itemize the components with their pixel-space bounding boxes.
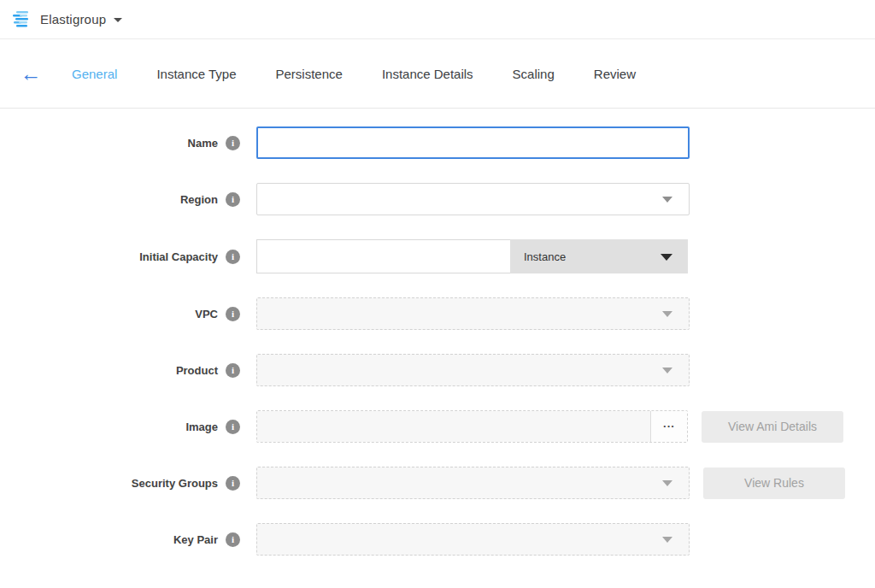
initial-capacity-info-icon[interactable]: i bbox=[226, 250, 240, 264]
elastigroup-logo-icon bbox=[12, 10, 32, 29]
key-pair-label: Key Pair bbox=[173, 533, 218, 546]
tab-instance-details[interactable]: Instance Details bbox=[382, 67, 473, 81]
view-rules-button[interactable]: View Rules bbox=[703, 467, 845, 499]
wizard-tabs: General Instance Type Persistence Instan… bbox=[72, 67, 636, 81]
chevron-down-icon bbox=[662, 368, 672, 373]
back-arrow-icon[interactable]: ← bbox=[14, 63, 48, 85]
tab-instance-type[interactable]: Instance Type bbox=[156, 67, 236, 81]
app-title: Elastigroup bbox=[40, 12, 106, 26]
key-pair-row: Key Pair i bbox=[0, 523, 875, 556]
chevron-down-icon bbox=[662, 197, 672, 203]
product-info-icon[interactable]: i bbox=[226, 363, 240, 378]
name-row: Name i bbox=[0, 126, 875, 159]
chevron-down-icon bbox=[114, 18, 122, 22]
key-pair-info-icon[interactable]: i bbox=[226, 532, 240, 547]
tab-persistence[interactable]: Persistence bbox=[276, 67, 343, 81]
tab-review[interactable]: Review bbox=[594, 67, 636, 81]
top-bar: Elastigroup bbox=[0, 0, 875, 39]
vpc-label: VPC bbox=[195, 308, 218, 320]
capacity-unit-value: Instance bbox=[524, 250, 566, 263]
initial-capacity-label: Initial Capacity bbox=[139, 250, 218, 263]
general-settings-form: Name i Region i Initial Capacity i Insta… bbox=[0, 109, 875, 556]
image-input bbox=[257, 411, 650, 442]
chevron-down-icon bbox=[662, 537, 672, 543]
chevron-down-icon bbox=[661, 254, 672, 261]
capacity-unit-select[interactable]: Instance bbox=[510, 239, 688, 273]
vpc-select bbox=[256, 297, 690, 330]
image-browse-button[interactable]: ... bbox=[650, 411, 687, 442]
region-select[interactable] bbox=[256, 183, 690, 215]
image-row: Image i ... View Ami Details bbox=[0, 410, 875, 443]
view-ami-details-button[interactable]: View Ami Details bbox=[702, 411, 843, 443]
product-switcher[interactable]: Elastigroup bbox=[12, 10, 122, 29]
chevron-down-icon bbox=[662, 480, 672, 486]
region-info-icon[interactable]: i bbox=[226, 192, 240, 207]
tab-general[interactable]: General bbox=[72, 67, 117, 81]
wizard-tab-bar: ← General Instance Type Persistence Inst… bbox=[0, 39, 875, 109]
key-pair-select bbox=[256, 523, 690, 556]
image-info-icon[interactable]: i bbox=[226, 420, 240, 434]
name-label: Name bbox=[188, 137, 218, 150]
vpc-info-icon[interactable]: i bbox=[226, 307, 240, 321]
security-groups-label: Security Groups bbox=[132, 477, 218, 490]
name-input[interactable] bbox=[256, 126, 690, 159]
product-row: Product i bbox=[0, 354, 875, 386]
security-groups-select bbox=[256, 467, 690, 499]
vpc-row: VPC i bbox=[0, 297, 875, 330]
name-info-icon[interactable]: i bbox=[226, 136, 240, 150]
product-label: Product bbox=[176, 364, 218, 377]
region-row: Region i bbox=[0, 183, 875, 215]
security-groups-row: Security Groups i View Rules bbox=[0, 467, 875, 499]
initial-capacity-input[interactable] bbox=[256, 239, 510, 273]
product-select bbox=[256, 354, 690, 386]
image-field: ... bbox=[256, 410, 688, 443]
region-label: Region bbox=[180, 193, 218, 206]
image-label: Image bbox=[185, 420, 218, 433]
tab-scaling[interactable]: Scaling bbox=[513, 67, 555, 81]
chevron-down-icon bbox=[662, 311, 672, 317]
initial-capacity-row: Initial Capacity i Instance bbox=[0, 239, 875, 273]
security-groups-info-icon[interactable]: i bbox=[226, 476, 240, 491]
